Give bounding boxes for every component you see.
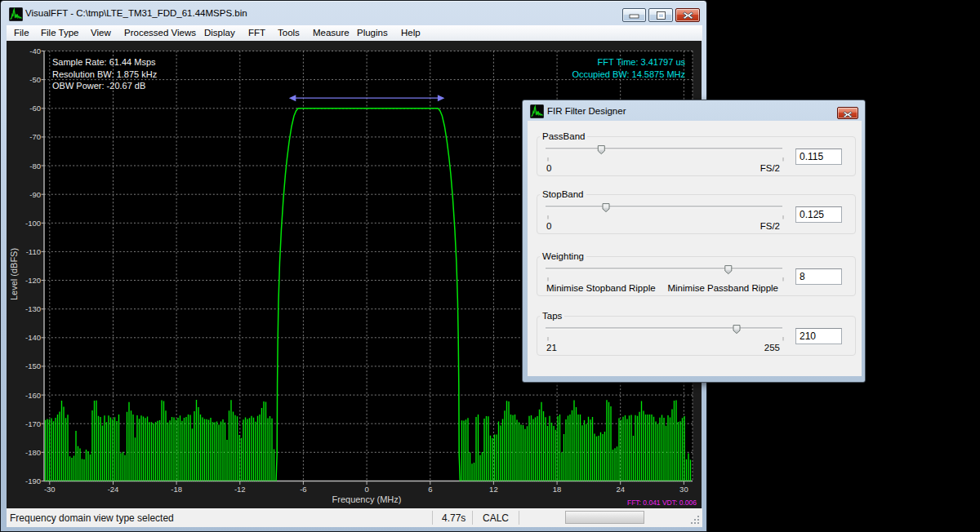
- svg-text:-6: -6: [300, 485, 306, 494]
- svg-text:6: 6: [428, 485, 432, 494]
- svg-text:-160: -160: [25, 391, 41, 400]
- svg-text:-70: -70: [29, 132, 41, 141]
- svg-text:OBW Power: -20.67 dB: OBW Power: -20.67 dB: [52, 81, 145, 91]
- svg-text:-150: -150: [25, 361, 41, 370]
- svg-text:-12: -12: [234, 485, 246, 494]
- svg-text:FFT Time: 3.41797 us: FFT Time: 3.41797 us: [598, 57, 686, 67]
- svg-text:-40: -40: [29, 47, 41, 55]
- svg-text:-60: -60: [29, 104, 41, 113]
- svg-text:18: 18: [553, 485, 562, 494]
- svg-text:-30: -30: [44, 485, 56, 494]
- svg-text:-190: -190: [25, 477, 41, 485]
- svg-text:-140: -140: [25, 333, 41, 342]
- svg-text:-90: -90: [29, 190, 41, 199]
- svg-text:-120: -120: [25, 276, 41, 285]
- svg-text:-170: -170: [25, 419, 41, 428]
- svg-text:30: 30: [679, 485, 688, 494]
- svg-text:Frequency (MHz): Frequency (MHz): [332, 494, 402, 504]
- svg-text:Resolution BW: 1.875 kHz: Resolution BW: 1.875 kHz: [52, 69, 157, 79]
- svg-text:24: 24: [616, 485, 625, 494]
- svg-text:-100: -100: [25, 219, 41, 228]
- svg-text:-180: -180: [25, 448, 41, 457]
- svg-text:12: 12: [489, 485, 498, 494]
- svg-text:Level (dBFS): Level (dBFS): [9, 248, 19, 300]
- svg-text:FFT: 0.041 VDT: 0.006: FFT: 0.041 VDT: 0.006: [627, 499, 697, 507]
- svg-text:0: 0: [364, 485, 368, 494]
- svg-text:-50: -50: [29, 75, 41, 84]
- svg-text:-110: -110: [26, 247, 41, 256]
- svg-text:Sample Rate: 61.44 Msps: Sample Rate: 61.44 Msps: [52, 57, 156, 67]
- svg-text:Occupied BW: 14.5875 MHz: Occupied BW: 14.5875 MHz: [572, 69, 685, 79]
- svg-text:-24: -24: [108, 485, 119, 494]
- svg-text:-80: -80: [29, 162, 41, 171]
- svg-text:-18: -18: [171, 485, 182, 494]
- svg-text:-130: -130: [25, 304, 41, 313]
